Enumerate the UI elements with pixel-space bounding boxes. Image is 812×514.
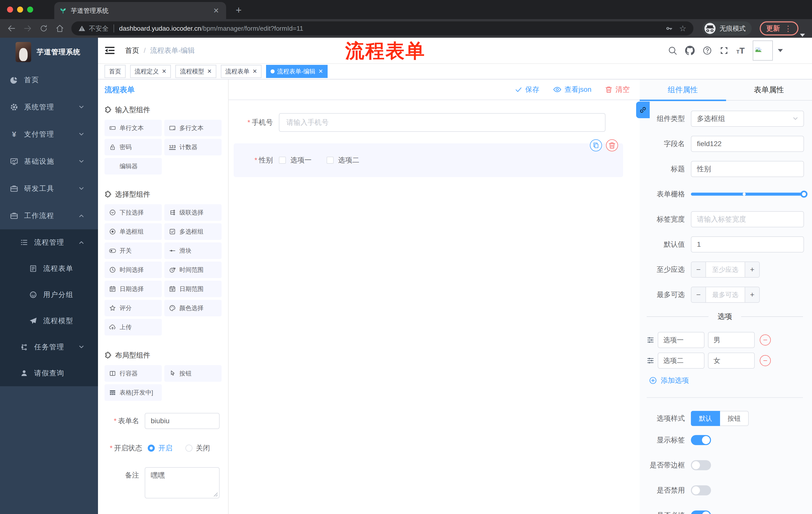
- link-drawer-handle[interactable]: [636, 102, 650, 118]
- tag-close-icon[interactable]: ✕: [253, 68, 257, 75]
- option-value-input[interactable]: 男: [708, 332, 755, 348]
- save-button[interactable]: 保存: [515, 85, 540, 94]
- style-default-button[interactable]: 默认: [691, 411, 720, 426]
- resize-handle[interactable]: [213, 492, 218, 496]
- toggle-switch[interactable]: [691, 460, 711, 470]
- minus-button[interactable]: −: [691, 287, 706, 302]
- zoom-window-button[interactable]: [27, 6, 33, 12]
- browser-menu-icon[interactable]: ⋮: [784, 24, 792, 33]
- palette-item[interactable]: 多选框组: [164, 223, 222, 240]
- sidebar-item-11[interactable]: 任务管理: [0, 334, 98, 360]
- palette-item[interactable]: 123计数器: [164, 139, 222, 155]
- palette-item[interactable]: 行容器: [105, 365, 162, 382]
- add-option-button[interactable]: 添加选项: [649, 376, 804, 385]
- view-json-button[interactable]: 查看json: [553, 85, 591, 94]
- minimize-window-button[interactable]: [17, 6, 23, 12]
- sidebar-item-6[interactable]: 工作流程: [0, 202, 98, 229]
- palette-item[interactable]: 表格[开发中]: [105, 384, 162, 401]
- tab-close-icon[interactable]: ✕: [211, 6, 221, 15]
- default-value-input[interactable]: 1: [691, 236, 804, 252]
- tag-close-icon[interactable]: ✕: [162, 68, 166, 75]
- palette-item[interactable]: 单选框组: [105, 223, 162, 240]
- palette-item[interactable]: 密码: [105, 139, 162, 155]
- breadcrumb-home[interactable]: 首页: [125, 46, 139, 55]
- tag-tab-2[interactable]: 流程定义✕: [130, 65, 171, 78]
- tag-tab-4[interactable]: 流程表单✕: [221, 65, 262, 78]
- label-width-input[interactable]: 请输入标签宽度: [691, 211, 804, 227]
- home-icon[interactable]: [53, 22, 66, 35]
- form-remark-textarea[interactable]: 嘿嘿: [145, 467, 220, 498]
- tab-component-props[interactable]: 组件属性: [640, 79, 726, 100]
- update-browser-button[interactable]: 更新 ⋮: [760, 21, 799, 35]
- toggle-switch[interactable]: [691, 485, 711, 495]
- palette-item[interactable]: 开关: [105, 242, 162, 259]
- field-name-input[interactable]: field122: [691, 136, 804, 152]
- option-name-input[interactable]: 选项二: [658, 353, 704, 369]
- clear-button[interactable]: 清空: [605, 85, 630, 94]
- form-grid-slider[interactable]: [691, 186, 804, 202]
- minus-button[interactable]: −: [691, 262, 706, 277]
- toggle-switch[interactable]: [691, 435, 711, 445]
- plus-button[interactable]: +: [745, 287, 759, 302]
- palette-item[interactable]: 下拉选择: [105, 204, 162, 221]
- phone-input[interactable]: 请输入手机号: [279, 113, 606, 132]
- sidebar-item-9[interactable]: 用户分组: [0, 282, 98, 308]
- sidebar-item-8[interactable]: 流程表单: [0, 255, 98, 282]
- plus-button[interactable]: +: [745, 262, 759, 277]
- user-menu-caret-icon[interactable]: [778, 49, 783, 52]
- palette-item[interactable]: 日期选择: [105, 281, 162, 297]
- palette-item[interactable]: 多行文本: [164, 120, 222, 136]
- tag-close-icon[interactable]: ✕: [207, 68, 211, 75]
- palette-item[interactable]: 时间范围: [164, 262, 222, 278]
- sidebar-item-12[interactable]: 请假查询: [0, 360, 98, 386]
- new-tab-button[interactable]: +: [232, 4, 245, 16]
- title-input[interactable]: 性别: [691, 161, 804, 177]
- status-off-radio[interactable]: 关闭: [185, 443, 210, 453]
- component-type-select[interactable]: 多选框组: [691, 111, 804, 127]
- toggle-switch[interactable]: [691, 511, 711, 514]
- palette-item[interactable]: 级联选择: [164, 204, 222, 221]
- palette-item[interactable]: 按钮: [164, 365, 222, 382]
- slider-handle[interactable]: [801, 191, 808, 198]
- tag-close-icon[interactable]: ✕: [318, 68, 323, 75]
- option-value-input[interactable]: 女: [708, 353, 755, 369]
- tag-tab-5[interactable]: 流程表单-编辑✕: [266, 65, 327, 78]
- tag-tab-1[interactable]: 首页: [105, 65, 126, 78]
- sidebar-item-5[interactable]: 研发工具: [0, 175, 98, 202]
- remove-option-button[interactable]: −: [760, 334, 771, 346]
- sidebar-item-4[interactable]: 基础设施: [0, 148, 98, 175]
- gender-option-1-checkbox[interactable]: 选项一: [279, 155, 312, 165]
- toolbar-caret-icon[interactable]: [800, 34, 805, 37]
- copy-component-button[interactable]: [590, 139, 602, 152]
- forward-icon[interactable]: [21, 22, 34, 35]
- remove-option-button[interactable]: −: [760, 355, 771, 366]
- phone-field-row[interactable]: 手机号 请输入手机号: [234, 113, 606, 132]
- palette-item[interactable]: 单行文本: [105, 120, 162, 136]
- address-bar[interactable]: 不安全 dashboard.yudao.iocoder.cn /bpm/mana…: [71, 21, 693, 35]
- palette-item[interactable]: 编辑器: [105, 158, 162, 174]
- palette-item[interactable]: 滑块: [164, 242, 222, 259]
- help-icon[interactable]: [703, 46, 712, 55]
- status-on-radio[interactable]: 开启: [148, 443, 172, 453]
- drag-handle-icon[interactable]: [647, 336, 654, 344]
- tab-form-props[interactable]: 表单属性: [726, 79, 812, 100]
- sidebar-item-1[interactable]: 首页: [0, 66, 98, 93]
- back-icon[interactable]: [5, 22, 18, 35]
- sidebar-toggle-icon[interactable]: [105, 47, 115, 54]
- option-name-input[interactable]: 选项一: [658, 332, 704, 348]
- palette-item[interactable]: 颜色选择: [164, 300, 222, 316]
- font-size-icon[interactable]: TT: [736, 46, 745, 56]
- style-button-button[interactable]: 按钮: [720, 411, 749, 426]
- palette-item[interactable]: 评分: [105, 300, 162, 316]
- search-icon[interactable]: [668, 46, 677, 55]
- palette-item[interactable]: 日期范围: [164, 281, 222, 297]
- tag-tab-3[interactable]: 流程模型✕: [175, 65, 216, 78]
- close-window-button[interactable]: [7, 6, 13, 12]
- password-key-icon[interactable]: [665, 24, 673, 32]
- fullscreen-icon[interactable]: [720, 46, 728, 55]
- sidebar-item-10[interactable]: 流程模型: [0, 308, 98, 334]
- sidebar-item-7[interactable]: 流程管理: [0, 229, 98, 255]
- delete-component-button[interactable]: [606, 139, 618, 152]
- gender-option-2-checkbox[interactable]: 选项二: [327, 155, 359, 165]
- gender-field-row-selected[interactable]: 性别 选项一 选项二: [234, 143, 623, 177]
